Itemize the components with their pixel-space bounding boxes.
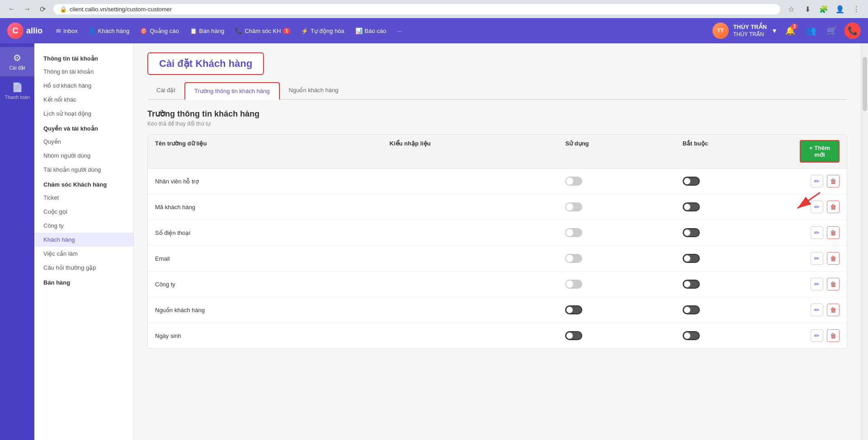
row-so-dien-thoai-bat-buoc — [675, 222, 793, 243]
nav-ban-hang[interactable]: 📋 Bán hàng — [185, 25, 229, 37]
menu-item-thong-tin-tai-khoan[interactable]: Thông tin tài khoản — [34, 65, 133, 79]
toggle-bat-buoc-0[interactable] — [683, 177, 700, 186]
nav-more[interactable]: ··· — [392, 25, 406, 37]
toggle-bat-buoc-1[interactable] — [683, 202, 700, 211]
row-cong-ty-actions: ✏ 🗑 — [793, 271, 847, 297]
th-ten-truong: Tên trường dữ liệu — [148, 135, 382, 168]
toggle-bat-buoc-4[interactable] — [683, 280, 700, 289]
chevron-down-icon[interactable]: ▼ — [771, 27, 778, 34]
tab-truong-thong-tin[interactable]: Trường thông tin khách hàng — [184, 82, 280, 100]
download-icon[interactable]: ⬇ — [801, 3, 814, 15]
menu-item-cong-ty[interactable]: Công ty — [34, 219, 133, 233]
section-title: Trường thông tin khách hàng — [147, 109, 847, 119]
user-name: THÚY TRẦN — [733, 23, 767, 31]
row-nhan-vien-su-dung — [558, 170, 675, 192]
nav-khach-hang[interactable]: 👤 Khách hàng — [84, 25, 134, 37]
delete-button-1[interactable]: 🗑 — [827, 201, 840, 213]
data-table: Tên trường dữ liệu Kiểu nhập liệu Sử dụn… — [147, 134, 847, 349]
table-row: Công ty ✏ 🗑 — [148, 271, 847, 297]
menu-item-cau-hoi-thuong-gap[interactable]: Câu hỏi thường gặp — [34, 261, 133, 275]
toggle-su-dung-1[interactable] — [565, 202, 582, 211]
delete-button-6[interactable]: 🗑 — [827, 329, 840, 342]
row-so-dien-thoai-ten-truong: Số điện thoại — [148, 223, 382, 243]
logo[interactable]: C allio — [7, 23, 42, 39]
toggle-su-dung-6[interactable] — [565, 331, 582, 340]
tab-nguon-khach-hang[interactable]: Nguồn khách hàng — [280, 82, 348, 100]
toggle-su-dung-3[interactable] — [565, 254, 582, 263]
tab-cai-dat[interactable]: Cài đặt — [147, 82, 184, 100]
menu-item-khach-hang[interactable]: Khách hàng — [34, 233, 133, 247]
delete-button-2[interactable]: 🗑 — [827, 226, 840, 239]
row-email-ten-truong: Email — [148, 249, 382, 268]
delete-button-4[interactable]: 🗑 — [827, 278, 840, 290]
row-ngay-sinh-kieu-nhap — [382, 329, 558, 342]
refresh-button[interactable]: ⟳ — [36, 3, 49, 15]
delete-button-3[interactable]: 🗑 — [827, 252, 840, 265]
menu-icon[interactable]: ⋮ — [850, 3, 863, 15]
bell-button[interactable]: 🔔 2 — [782, 23, 798, 39]
sidebar-icon-thanh-toan[interactable]: 📄 Thanh toán — [0, 76, 34, 105]
user-sub: THÚY TRẦN — [733, 31, 767, 38]
nav-tu-dong-hoa[interactable]: ⚡ Tự động hóa — [297, 25, 349, 37]
header-right: TT THÚY TRẦN THÚY TRẦN ▼ 🔔 2 👥 🛒 📞 — [712, 23, 861, 39]
forward-button[interactable]: → — [21, 3, 33, 15]
quang-cao-label: Quảng cáo — [150, 28, 179, 34]
extensions-icon[interactable]: 🧩 — [817, 3, 830, 15]
row-nguon-khach-hang-actions: ✏ 🗑 — [793, 297, 847, 323]
address-bar[interactable]: 🔒 client.callio.vn/setting/custom-custom… — [53, 4, 780, 14]
inbox-label: Inbox — [63, 28, 78, 34]
table-row: Ngày sinh ✏ 🗑 — [148, 323, 847, 348]
profile-icon[interactable]: 👤 — [834, 3, 846, 15]
cart-button[interactable]: 🛒 — [824, 23, 840, 39]
toggle-su-dung-4[interactable] — [565, 280, 582, 289]
toggle-bat-buoc-2[interactable] — [683, 228, 700, 237]
people-button[interactable]: 👥 — [803, 23, 819, 39]
row-email-bat-buoc — [675, 248, 793, 269]
nav-bao-cao[interactable]: 📊 Báo cáo — [351, 25, 391, 37]
toggle-bat-buoc-3[interactable] — [683, 254, 700, 263]
delete-button-5[interactable]: 🗑 — [827, 304, 840, 316]
menu-item-nhom-nguoi-dung[interactable]: Nhóm người dùng — [34, 149, 133, 163]
nav-quang-cao[interactable]: 🎯 Quảng cáo — [136, 25, 183, 37]
toggle-bat-buoc-6[interactable] — [683, 331, 700, 340]
delete-button-0[interactable]: 🗑 — [827, 175, 840, 187]
toggle-bat-buoc-5[interactable] — [683, 305, 700, 314]
toggle-su-dung-0[interactable] — [565, 177, 582, 186]
menu-item-cuoc-goi[interactable]: Cuộc gọi — [34, 205, 133, 219]
menu-item-ticket[interactable]: Ticket — [34, 191, 133, 205]
menu-item-ho-so-khach-hang[interactable]: Hồ sơ khách hàng — [34, 79, 133, 93]
menu-item-lich-su-hoat-dong[interactable]: Lịch sử hoạt động — [34, 107, 133, 121]
row-ngay-sinh-actions: ✏ 🗑 — [793, 323, 847, 348]
bao-cao-label: Báo cáo — [365, 28, 387, 34]
cai-dat-label: Cài đặt — [9, 65, 25, 71]
edit-button-4[interactable]: ✏ — [811, 278, 823, 290]
edit-button-6[interactable]: ✏ — [811, 329, 823, 342]
toggle-su-dung-2[interactable] — [565, 228, 582, 237]
star-icon[interactable]: ☆ — [785, 3, 797, 15]
table-row: Mã khách hàng ✏ 🗑 — [148, 194, 847, 220]
edit-button-0[interactable]: ✏ — [811, 175, 823, 187]
back-button[interactable]: ← — [5, 3, 18, 15]
edit-button-5[interactable]: ✏ — [811, 304, 823, 316]
phone-button[interactable]: 📞 — [844, 23, 861, 39]
add-new-button[interactable]: + Thêm mới — [800, 140, 840, 163]
menu-item-ket-noi-khac[interactable]: Kết nối khác — [34, 93, 133, 107]
logo-text: allio — [26, 26, 42, 36]
tu-dong-hoa-label: Tự động hóa — [311, 28, 344, 34]
menu-item-quyen[interactable]: Quyền — [34, 135, 133, 149]
nav-cham-soc[interactable]: 📞 Chăm sóc KH 1 — [231, 25, 295, 37]
edit-button-3[interactable]: ✏ — [811, 252, 823, 265]
sidebar-icon-cai-dat[interactable]: ⚙ Cài đặt — [0, 47, 34, 76]
scrollbar[interactable] — [861, 43, 868, 440]
row-cong-ty-ten-truong: Công ty — [148, 275, 382, 294]
nav-inbox[interactable]: ✉ Inbox — [52, 25, 82, 37]
toggle-su-dung-5[interactable] — [565, 305, 582, 314]
menu-item-tai-khoan-nguoi-dung[interactable]: Tài khoản người dùng — [34, 163, 133, 177]
scroll-thumb[interactable] — [863, 57, 867, 111]
edit-button-1[interactable]: ✏ — [811, 201, 823, 213]
edit-button-2[interactable]: ✏ — [811, 226, 823, 239]
menu-section-ban-hang: Bán hàng — [34, 275, 133, 289]
thanh-toan-label: Thanh toán — [5, 94, 30, 100]
menu-item-viec-can-lam[interactable]: Việc cần làm — [34, 247, 133, 261]
browser-bar: ← → ⟳ 🔒 client.callio.vn/setting/custom-… — [0, 0, 868, 18]
